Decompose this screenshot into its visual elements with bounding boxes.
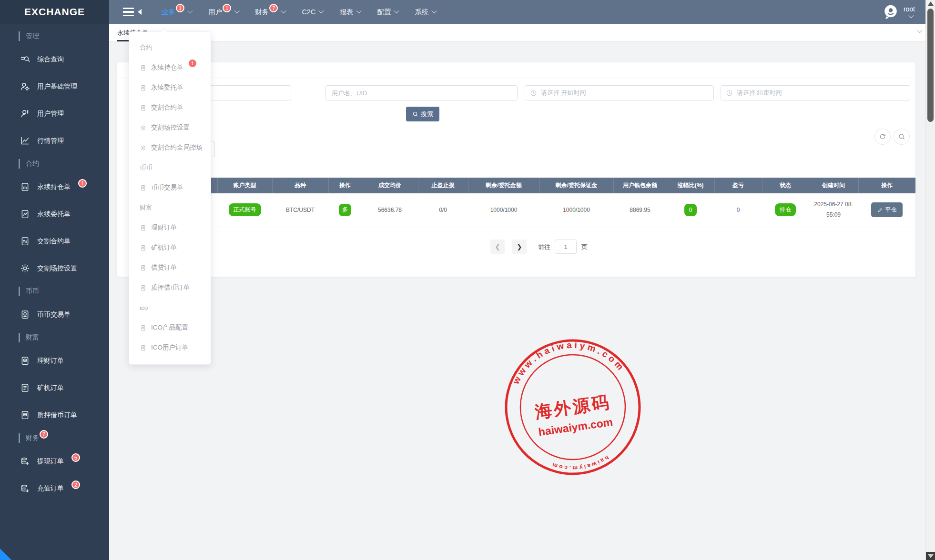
dropdown-item-pledge-order[interactable]: 质押借币订单: [129, 278, 211, 298]
column-header-created-time: 创建时间: [809, 178, 858, 193]
nav-item-business[interactable]: 业务1: [162, 8, 192, 17]
user-menu[interactable]: root: [883, 0, 915, 24]
cell-account-type: 正式账号: [217, 193, 272, 227]
column-header-remaining-margin: 剩余/委托保证金: [539, 178, 613, 193]
clipboard-icon: [140, 64, 147, 71]
sidebar-group-0: 管理: [0, 27, 109, 46]
nav-item-config[interactable]: 配置: [377, 8, 398, 17]
content-card: 请选择 开始时间 请选择 结束时间 搜索 账户类型品种操作成交均价止盈止损剩余/…: [117, 62, 916, 277]
prev-page-button[interactable]: ❮: [490, 240, 505, 254]
nav-item-label: 财务: [255, 8, 269, 17]
close-position-button[interactable]: 平仓: [871, 202, 903, 217]
cell-symbol: BTC/USDT: [272, 193, 328, 227]
notification-badge: 7: [269, 4, 278, 12]
chevron-down-icon: [908, 13, 914, 18]
nav-item-reports[interactable]: 报表: [339, 8, 361, 17]
table-header-row: 账户类型品种操作成交均价止盈止损剩余/委托金额剩余/委托保证金用户钱包余额涨幅比…: [129, 178, 915, 193]
notification-badge: 2: [71, 480, 80, 489]
status-badge: 持仓: [775, 203, 796, 216]
nav-item-system[interactable]: 系统: [415, 8, 436, 17]
next-page-button[interactable]: ❯: [512, 240, 527, 254]
hamburger-icon: [123, 6, 134, 18]
nav-item-users[interactable]: 用户1: [208, 8, 239, 17]
clipboard-icon: [140, 224, 147, 231]
dropdown-item-label: 矿机订单: [151, 243, 177, 252]
dropdown-item-delivery-global[interactable]: 交割合约全局控场: [129, 138, 211, 158]
dropdown-item-miner-order[interactable]: 矿机订单: [129, 238, 211, 258]
sidebar-item-wealth-order[interactable]: 理财订单: [0, 347, 109, 374]
sidebar-item-user-mgmt[interactable]: 用户管理: [0, 100, 109, 127]
column-header-remaining-amount: 剩余/委托金额: [468, 178, 539, 193]
page-number-input[interactable]: [555, 240, 577, 254]
nav-item-finance[interactable]: 财务7: [255, 8, 285, 17]
scroll-up-arrow[interactable]: [928, 1, 934, 6]
nav-item-label: C2C: [302, 8, 315, 16]
top-menu: 业务1用户1财务7C2C报表配置系统: [162, 8, 436, 17]
nav-item-c2c[interactable]: C2C: [302, 8, 323, 16]
positions-table: 账户类型品种操作成交均价止盈止损剩余/委托金额剩余/委托保证金用户钱包余额涨幅比…: [129, 178, 915, 227]
account-type-badge: 正式账号: [229, 203, 261, 216]
dropdown-item-ico-order[interactable]: ICO用户订单: [129, 338, 211, 358]
clipboard-icon: [140, 104, 147, 111]
dropdown-item-delivery-contract[interactable]: 交割合约单: [129, 98, 211, 118]
sidebar-item-label: 交割场控设置: [37, 264, 77, 273]
sidebar-collapse-button[interactable]: [123, 6, 142, 18]
dropdown-item-wealth-order[interactable]: 理财订单: [129, 218, 211, 238]
pagination: ❮ ❯ 前往 页: [129, 240, 915, 255]
sidebar-item-deposit-order[interactable]: 充值订单2: [0, 475, 109, 502]
scrollbar-thumb[interactable]: [927, 9, 934, 122]
sidebar-item-query[interactable]: 综合查询: [0, 46, 109, 73]
dropdown-item-delivery-control[interactable]: 交割场控设置: [129, 118, 211, 138]
sidebar-item-user-base[interactable]: 用户基础管理: [0, 73, 109, 100]
avatar-icon: [883, 4, 899, 20]
sidebar-group-label: 币币: [26, 287, 39, 296]
sidebar-item-perpetual-position[interactable]: 永续持仓单1: [0, 173, 109, 200]
search-icon: [412, 111, 418, 117]
notification-badge: 5: [71, 453, 80, 462]
sidebar-item-label: 币币交易单: [37, 310, 71, 319]
sidebar-item-miner-order[interactable]: 矿机订单: [0, 374, 109, 401]
table-row: s正式账号BTC/USDT多56636.780/01000/10001000/1…: [129, 193, 915, 227]
scroll-down-arrow[interactable]: [926, 552, 935, 560]
notification-badge: 7: [40, 430, 48, 439]
sidebar-item-label: 行情管理: [37, 137, 64, 145]
dropdown-item-perpetual-position[interactable]: 永续持仓单1: [129, 58, 211, 78]
sidebar-item-label: 提现订单: [37, 457, 64, 466]
refresh-button[interactable]: [874, 129, 891, 145]
end-time-input[interactable]: 请选择 结束时间: [721, 85, 910, 100]
clipboard-icon: [140, 184, 147, 191]
card-header: [117, 62, 915, 78]
search-button[interactable]: 搜索: [406, 107, 439, 121]
sidebar-item-delivery-contract[interactable]: 交割合约单: [0, 228, 109, 255]
sidebar-nav: 管理综合查询用户基础管理用户管理行情管理合约永续持仓单1永续委托单交割合约单交割…: [0, 24, 109, 502]
dropdown-group-label: 币币: [129, 158, 211, 178]
chevron-down-icon: [319, 8, 324, 13]
dropdown-item-label: 借贷订单: [151, 263, 177, 272]
cell-avg-price: 56636.78: [362, 193, 418, 227]
cell-profit-loss: 0: [714, 193, 762, 227]
refresh-icon: [879, 133, 886, 140]
end-time-placeholder: 请选择 结束时间: [737, 89, 782, 97]
sidebar-item-spot-trade[interactable]: 币币交易单: [0, 301, 109, 328]
clipboard-icon: [140, 324, 147, 331]
username-uid-input[interactable]: [325, 85, 518, 100]
chevron-down-icon: [356, 8, 362, 13]
sidebar-item-perpetual-order[interactable]: 永续委托单: [0, 200, 109, 228]
sidebar-item-withdraw-order[interactable]: 提现订单5: [0, 448, 109, 475]
dropdown-item-ico-product[interactable]: ICO产品配置: [129, 318, 211, 338]
clipboard-icon: [140, 284, 147, 291]
sidebar-item-delivery-control[interactable]: 交割场控设置: [0, 255, 109, 282]
sidebar-item-pledge-order[interactable]: 质押借币订单: [0, 401, 109, 429]
search-toggle-button[interactable]: [894, 129, 910, 145]
dropdown-item-loan-order[interactable]: 借贷订单: [129, 258, 211, 278]
cell-created-time: 2025-06-27 08:55:09: [809, 193, 858, 227]
search-button-label: 搜索: [421, 110, 433, 119]
dropdown-item-perpetual-order[interactable]: 永续委托单: [129, 78, 211, 98]
start-time-input[interactable]: 请选择 开始时间: [525, 85, 714, 100]
sidebar-item-market[interactable]: 行情管理: [0, 127, 109, 154]
tabbar-chevron-down-icon[interactable]: [917, 28, 922, 33]
dropdown-item-spot-trade[interactable]: 币币交易单: [129, 178, 211, 198]
dropdown-item-label: ICO产品配置: [151, 323, 188, 332]
clock-icon: [530, 90, 537, 97]
nav-item-label: 用户: [208, 8, 222, 17]
